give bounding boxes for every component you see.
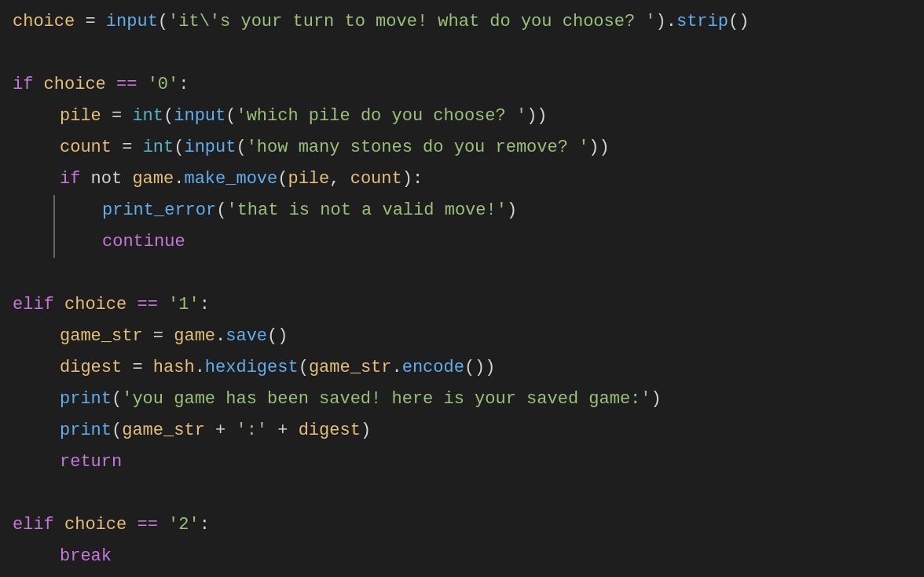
token: )) [588,132,609,164]
token: ( [299,352,309,384]
token: make_move [184,164,277,195]
token: . [195,352,205,384]
token: return [60,447,122,478]
token: hash [153,352,195,384]
token: () [267,321,288,352]
token: ( [277,164,288,195]
token: save [226,321,267,352]
token: ): [402,164,423,195]
token: + [205,415,236,447]
code-line: count = int(input('how many stones do yo… [13,132,911,164]
token: int [143,132,174,164]
token: input [174,101,226,132]
token: () [728,6,749,38]
token: ( [112,384,122,415]
code-line [13,38,911,69]
token: '1' [168,289,200,321]
token: game [132,164,174,195]
token: digest [60,352,122,384]
token: ( [163,101,174,132]
token: )) [526,101,547,132]
code-line: print_error('that is not a valid move!') [13,195,911,226]
token: elif [13,509,54,541]
token: , [329,164,350,195]
token: choice [54,289,138,321]
token: . [174,164,184,195]
token: count [60,132,112,164]
token: input [106,6,158,38]
token: ( [174,132,184,164]
token: = [75,6,106,38]
token: 'how many stones do you remove? ' [247,132,589,164]
token: = [143,321,174,352]
token: 'which pile do you choose? ' [236,101,526,132]
token: break [60,541,112,572]
code-line: pile = int(input('which pile do you choo… [13,101,911,132]
token: if [13,69,33,101]
token [158,509,168,541]
token: ) [651,384,662,415]
token: count [350,164,402,195]
code-line: elif choice == '2': [13,509,911,541]
code-line: elif choice == '1': [13,289,911,321]
token: if [60,164,80,195]
code-line-barred: print_error('that is not a valid move!') [13,195,517,226]
token: ( [226,101,236,132]
token: strip [676,6,728,38]
token: int [132,101,163,132]
token: ) [361,415,371,447]
code-line: if not game.make_move(pile, count): [13,164,911,195]
token: 'it\'s your turn to move! what do you ch… [168,6,656,38]
code-line [13,478,911,509]
token: == [116,69,137,101]
token: pile [288,164,329,195]
code-editor: choice = input('it\'s your turn to move!… [0,0,924,577]
token: print [60,384,112,415]
token: choice [33,69,116,101]
code-line: continue [13,226,911,258]
code-line: digest = hash.hexdigest(game_str.encode(… [13,352,911,384]
code-line: if choice == '0': [13,69,911,101]
token: ( [158,6,168,38]
code-line: choice = input('it\'s your turn to move!… [13,6,911,38]
token: choice [54,509,138,541]
token: encode [402,352,464,384]
token: : [200,289,210,321]
token: = [112,132,143,164]
token: == [137,289,157,321]
token: input [184,132,236,164]
token: : [178,69,189,101]
token: game_str [309,352,392,384]
token: ()) [464,352,496,384]
code-line: print('you game has been saved! here is … [13,384,911,415]
token: . [392,352,402,384]
token: = [122,352,153,384]
token: game_str [60,321,143,352]
token: elif [13,289,54,321]
token: digest [299,415,361,447]
token: . [215,321,226,352]
code-line: print(game_str + ':' + digest) [13,415,911,447]
token: game_str [122,415,205,447]
token: '0' [148,69,179,101]
token: == [137,509,157,541]
token: game [174,321,215,352]
token: ':' [236,415,267,447]
token: pile [60,101,101,132]
code-line: game_str = game.save() [13,321,911,352]
code-line-barred: continue [13,226,185,258]
token: = [101,101,133,132]
token [137,69,147,101]
token: hexdigest [205,352,299,384]
code-line [13,258,911,289]
token: not [80,164,132,195]
token: + [267,415,299,447]
token: ( [236,132,246,164]
token: choice [13,6,75,38]
token: '2' [168,509,200,541]
code-line: break [13,541,911,572]
token: : [200,509,210,541]
token: print [60,415,112,447]
token: ( [112,415,122,447]
token: ). [656,6,676,38]
